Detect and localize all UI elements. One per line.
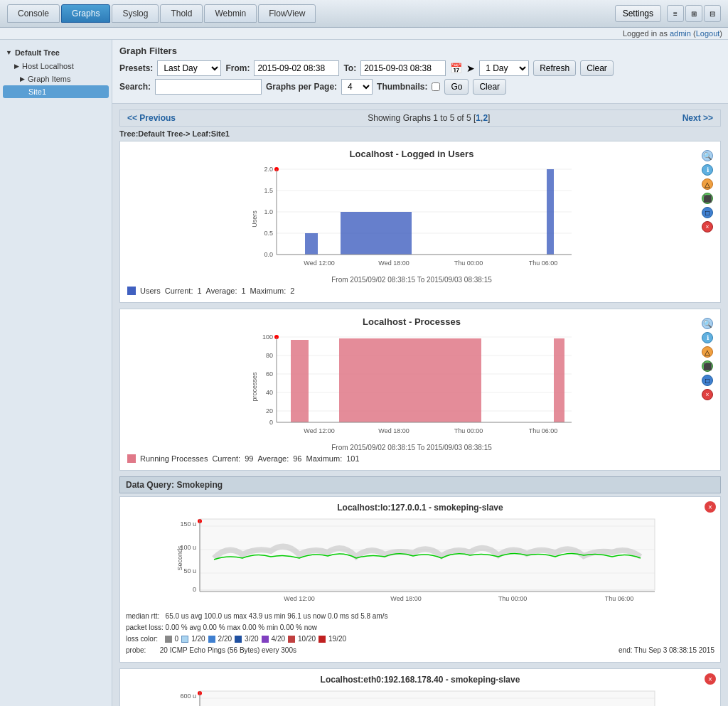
from-to-2: From 2015/09/02 08:38:15 To 2015/09/03 0… [127,444,696,451]
svg-rect-12 [547,169,554,255]
magnify-icon-2[interactable]: 🔍 [702,318,713,329]
admin-link[interactable]: admin [670,29,691,38]
tab-thold[interactable]: Thold [160,4,203,23]
smokeping-graph-1: × Localhost:lo:127.0.0.1 - smokeping-sla… [119,496,721,663]
sidebar-default-tree[interactable]: ▼ Default Tree [0,46,112,60]
svg-text:600 u: 600 u [180,692,196,700]
info-icon-1[interactable]: ℹ [702,164,713,176]
prev-link-top[interactable]: << Previous [127,113,176,123]
svg-text:60: 60 [266,370,273,378]
view-icon-tile[interactable]: ⊟ [704,5,721,22]
graph-main-2: Localhost - Processes 100 80 [127,316,696,463]
svg-text:Wed 12:00: Wed 12:00 [284,595,314,602]
pagination-top: << Previous Showing Graphs 1 to 5 of 5 [… [119,109,721,127]
search-input[interactable] [155,79,262,95]
smokeping-svg-2: 600 u 400 u 200 u 0 Wed 12:00 Wed 18:00 … [126,688,714,706]
smokeping-stats-1: median rtt: 65.0 us avg 100.0 us max 43.… [126,611,714,656]
clear2-button[interactable]: Clear [473,79,506,95]
graph-title-1: Localhost - Logged in Users [127,149,696,159]
logout-link[interactable]: Logout [696,29,720,38]
top-nav: Console Graphs Syslog Thold Webmin FlowV… [0,0,728,28]
blue-sq-icon-2[interactable]: □ [702,375,713,386]
presets-select[interactable]: Last Day Last Week Last Month [157,60,221,76]
graphs-per-page-label: Graphs per Page: [266,82,337,92]
svg-text:150 u: 150 u [180,520,196,528]
refresh-button[interactable]: Refresh [533,60,576,76]
tab-graphs[interactable]: Graphs [61,4,110,23]
end-1: end: Thu Sep 3 08:38:15 2015 [619,645,714,656]
chart-svg-2: 100 80 60 40 20 0 [127,330,696,444]
settings-button[interactable]: Settings [615,5,661,22]
svg-rect-11 [341,212,412,255]
presets-label: Presets: [119,63,153,73]
view-icon-list[interactable]: ≡ [667,5,684,22]
clear-button[interactable]: Clear [580,60,614,76]
filter-row-2: Search: Graphs per Page: 4 8 16 Thumbnai… [119,79,721,95]
thumbnails-checkbox[interactable] [432,82,440,91]
smokeping-dismiss-2[interactable]: × [705,673,716,685]
next-link-top[interactable]: Next >> [682,113,713,123]
from-to-1: From 2015/09/02 08:38:15 To 2015/09/03 0… [127,276,696,284]
average-label-1: Average: [206,287,237,295]
site1-label: Site1 [28,87,46,96]
to-input[interactable]: 2015-09-03 08:38 [360,60,446,76]
svg-rect-10 [305,233,318,255]
legend-label-1: Users [140,287,161,295]
tab-flowview[interactable]: FlowView [258,4,316,23]
smokeping-graph-2: × Localhost:eth0:192.168.178.40 - smokep… [119,668,721,706]
green-icon-1[interactable]: ⬛ [702,193,713,204]
interval-select[interactable]: 1 Day 1 Week [479,60,529,76]
tab-syslog[interactable]: Syslog [112,4,159,23]
sidebar-site1[interactable]: Site1 [3,85,109,98]
red-circle-icon-2[interactable]: × [702,389,713,400]
svg-text:Wed 18:00: Wed 18:00 [378,427,409,434]
tab-webmin[interactable]: Webmin [204,4,257,23]
svg-rect-32 [291,340,309,422]
orange-icon-1[interactable]: △ [702,178,713,190]
loss-colors-1: loss color: 0 1/20 2/20 3/20 4/20 10/20 … [126,633,714,645]
page1-link[interactable]: 1 [476,113,481,123]
sidebar: ▼ Default Tree ▶ Host Localhost ▶ Graph … [0,40,112,706]
data-query-label: Data Query: [126,480,174,490]
smokeping-dismiss-1[interactable]: × [705,501,716,513]
page2-link[interactable]: 2 [483,113,488,123]
tab-console[interactable]: Console [7,4,60,23]
current-label-1: Current: [165,287,193,295]
svg-rect-34 [554,338,564,422]
svg-text:Thu 06:00: Thu 06:00 [529,427,558,434]
smokeping-svg-1: 150 u 100 u 50 u 0 Wed 12:00 [126,515,714,608]
info-icon-2[interactable]: ℹ [702,332,713,343]
host-localhost-label: Host Localhost [22,62,74,70]
content-area: Graph Filters Presets: Last Day Last Wee… [112,40,728,706]
svg-text:Wed 12:00: Wed 12:00 [304,260,334,267]
graph-actions-1: 🔍 ℹ △ ⬛ □ × [702,149,713,295]
red-circle-icon-1[interactable]: × [702,221,713,232]
graph-actions-2: 🔍 ℹ △ ⬛ □ × [702,316,713,463]
green-icon-2[interactable]: ⬛ [702,360,713,372]
from-input[interactable]: 2015-09-02 08:38 [254,60,339,76]
data-query-header: Data Query: Smokeping [119,476,721,493]
arrow-right-btn[interactable]: ➤ [466,63,475,74]
nav-right: Settings ≡ ⊞ ⊟ [615,5,721,22]
orange-icon-2[interactable]: △ [702,346,713,358]
triangle-icon: ▼ [6,49,12,56]
go-button[interactable]: Go [444,79,469,95]
svg-text:80: 80 [266,352,273,359]
view-icon-grid[interactable]: ⊞ [685,5,702,22]
svg-text:Thu 06:00: Thu 06:00 [605,595,634,602]
smokeping-title-2: Localhost:eth0:192.168.178.40 - smokepin… [126,675,714,685]
current-label-2: Current: [212,454,240,463]
nav-tabs: Console Graphs Syslog Thold Webmin FlowV… [7,4,316,23]
graphs-per-page-select[interactable]: 4 8 16 [341,79,373,95]
sidebar-graph-items[interactable]: ▶ Graph Items [0,73,112,85]
calendar-icon[interactable]: 📅 [450,63,462,74]
login-bar: Logged in as admin (Logout) [0,28,728,40]
sidebar-host-localhost[interactable]: ▶ Host Localhost [0,60,112,73]
svg-text:0: 0 [269,419,273,426]
filter-row-1: Presets: Last Day Last Week Last Month F… [119,60,721,76]
blue-sq-icon-1[interactable]: □ [702,207,713,218]
login-text: Logged in as [623,29,670,38]
svg-text:Seconds: Seconds [176,545,183,571]
magnify-icon-1[interactable]: 🔍 [702,150,713,161]
average-val-2: 96 [293,454,301,463]
